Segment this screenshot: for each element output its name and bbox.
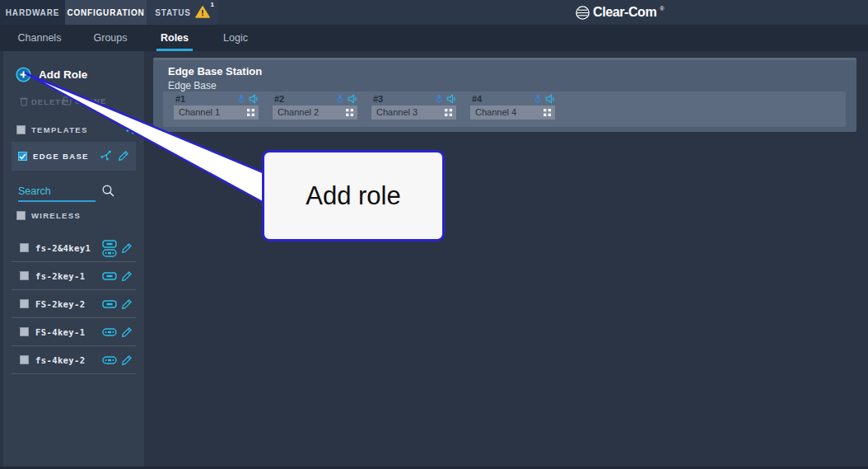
clone-icon xyxy=(63,96,72,106)
beltpack-2key-icon xyxy=(102,240,117,248)
key-number: #1 xyxy=(175,94,185,104)
grid-handle-icon[interactable] xyxy=(346,109,353,116)
mic-icon[interactable] xyxy=(533,94,543,104)
role-row[interactable]: fs-4key-2 xyxy=(12,346,136,374)
templates-checkbox[interactable] xyxy=(16,125,26,134)
channel-dropdown-value: Channel 2 xyxy=(278,106,319,120)
clearcom-logo: Clear-Com ® xyxy=(576,4,664,21)
clearcom-globe-icon xyxy=(576,6,590,20)
key-number: #3 xyxy=(373,94,383,104)
roles-sidebar: Add Role DELETE CLONE xyxy=(3,51,144,469)
key-number: #2 xyxy=(274,94,284,104)
speaker-icon[interactable] xyxy=(545,94,556,104)
panel-subtitle: Edge Base xyxy=(168,80,217,91)
role-name: fs-4key-2 xyxy=(35,355,86,365)
search-input[interactable] xyxy=(18,184,96,202)
channel-dropdown[interactable]: Channel 2 xyxy=(273,106,357,120)
role-name: FS-2key-2 xyxy=(35,299,86,309)
edge-base-station-panel: Edge Base Station Edge Base #1 Channel 1 xyxy=(153,58,856,132)
grid-handle-icon[interactable] xyxy=(445,109,452,116)
tab-configuration[interactable]: CONFIGURATION xyxy=(65,0,147,25)
edge-base-checkbox[interactable] xyxy=(18,152,27,161)
mic-icon[interactable] xyxy=(335,94,345,104)
channel-dropdown[interactable]: Channel 4 xyxy=(470,106,555,120)
nav-logic[interactable]: Logic xyxy=(204,25,267,51)
role-checkbox[interactable] xyxy=(20,299,29,308)
mic-icon[interactable] xyxy=(434,94,444,104)
channel-dropdown-value: Channel 3 xyxy=(376,106,418,120)
beltpack-4key-icon xyxy=(102,356,117,364)
edit-pencil-icon[interactable] xyxy=(121,298,133,310)
templates-row: TEMPLATES xyxy=(16,125,88,134)
nav-groups[interactable]: Groups xyxy=(79,25,142,51)
role-row[interactable]: fs-2key-1 xyxy=(12,262,136,290)
search-area xyxy=(18,183,125,202)
templates-label: TEMPLATES xyxy=(31,125,88,134)
add-role-button[interactable]: Add Role xyxy=(16,65,87,83)
grid-handle-icon[interactable] xyxy=(247,109,254,116)
tab-status[interactable]: STATUS 1 xyxy=(147,0,218,25)
channel-dropdown[interactable]: Channel 3 xyxy=(371,106,456,120)
beltpack-2key-icon xyxy=(102,300,117,308)
callout-text: Add role xyxy=(306,181,400,211)
beltpack-2key-icon xyxy=(102,272,117,280)
wireless-label: WIRELESS xyxy=(31,211,81,220)
speaker-icon[interactable] xyxy=(249,94,259,104)
clone-button[interactable]: CLONE xyxy=(63,96,106,106)
trash-icon xyxy=(20,96,28,106)
clone-label: CLONE xyxy=(75,96,106,106)
app-window: HARDWARE CONFIGURATION STATUS 1 Clear-Co… xyxy=(0,0,868,469)
beltpack-4key-icon xyxy=(102,249,117,257)
nav-roles[interactable]: Roles xyxy=(143,25,206,51)
role-row[interactable]: FS-2key-2 xyxy=(12,290,136,318)
channel-dropdown-value: Channel 4 xyxy=(475,106,516,120)
speaker-icon[interactable] xyxy=(446,94,457,104)
edit-pencil-icon[interactable] xyxy=(121,270,133,282)
top-bar: HARDWARE CONFIGURATION STATUS 1 Clear-Co… xyxy=(0,0,868,25)
search-icon[interactable] xyxy=(101,184,115,198)
section-nav: Channels Groups Roles Logic xyxy=(0,25,868,51)
mic-icon[interactable] xyxy=(236,94,246,104)
edge-base-network-icon[interactable] xyxy=(100,150,112,161)
key-block-3: #3 Channel 3 xyxy=(371,94,458,124)
tab-hardware[interactable]: HARDWARE xyxy=(0,0,65,25)
speaker-icon[interactable] xyxy=(348,94,358,104)
channel-dropdown[interactable]: Channel 1 xyxy=(174,106,259,120)
key-block-1: #1 Channel 1 xyxy=(174,94,260,124)
grid-handle-icon[interactable] xyxy=(544,109,551,116)
panel-title: Edge Base Station xyxy=(168,65,262,77)
status-alert-count: 1 xyxy=(210,1,214,8)
wireless-checkbox[interactable] xyxy=(16,211,26,220)
key-block-4: #4 Channel 4 xyxy=(470,94,557,124)
edge-base-row[interactable]: EDGE BASE xyxy=(12,142,136,171)
role-name: FS-4key-1 xyxy=(35,327,86,337)
edit-pencil-icon[interactable] xyxy=(121,242,133,254)
templates-network-icon[interactable] xyxy=(126,124,138,134)
add-role-label: Add Role xyxy=(39,68,87,81)
role-checkbox[interactable] xyxy=(20,327,29,336)
role-checkbox[interactable] xyxy=(20,243,29,252)
role-actions-row: DELETE CLONE xyxy=(3,96,144,110)
role-name: fs-2&4key1 xyxy=(35,243,91,253)
channel-dropdown-value: Channel 1 xyxy=(179,106,220,120)
edit-pencil-icon[interactable] xyxy=(118,150,129,162)
key-number: #4 xyxy=(472,94,482,104)
role-checkbox[interactable] xyxy=(20,271,29,280)
edit-pencil-icon[interactable] xyxy=(121,326,133,338)
wireless-row: WIRELESS xyxy=(16,211,81,220)
tab-status-label: STATUS xyxy=(155,8,190,17)
edge-base-label: EDGE BASE xyxy=(33,152,89,161)
delete-button[interactable]: DELETE xyxy=(20,96,67,106)
warning-triangle-icon: 1 xyxy=(195,6,210,20)
beltpack-4key-icon xyxy=(102,328,117,336)
role-row[interactable]: fs-2&4key1 xyxy=(12,234,136,262)
plus-circle-icon xyxy=(16,67,31,82)
nav-channels[interactable]: Channels xyxy=(8,25,71,51)
role-row[interactable]: FS-4key-1 xyxy=(12,318,136,346)
edit-pencil-icon[interactable] xyxy=(121,354,133,366)
key-assignment-panel: #1 Channel 1 xyxy=(163,91,846,127)
role-name: fs-2key-1 xyxy=(35,271,86,281)
delete-label: DELETE xyxy=(31,97,67,106)
role-checkbox[interactable] xyxy=(20,355,29,364)
key-block-2: #2 Channel 2 xyxy=(273,94,359,124)
